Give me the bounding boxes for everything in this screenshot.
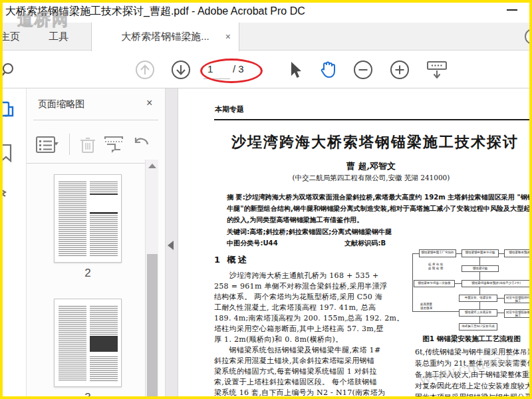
account-icon[interactable] bbox=[525, 29, 532, 45]
flow-node: 循环施工至N17安装完成 bbox=[459, 323, 497, 331]
panel-close-icon[interactable]: × bbox=[146, 97, 152, 109]
abstract-line: 牛腿"的新型组合结构,钢牛腿和钢锚梁分离式制造安装,相对于高塔施工减小了安装过程… bbox=[227, 204, 532, 213]
tab-tools-label: 工具 bbox=[49, 31, 68, 43]
thumbnails-scrollbar[interactable] bbox=[145, 160, 158, 399]
body-line: 因此本项目采用钢锚梁与钢牛腿分开制作、运 bbox=[415, 392, 532, 399]
column-topic: 本期专题 bbox=[215, 104, 244, 114]
main-toolbar: 1 / 3 bbox=[0, 51, 532, 88]
fit-width-icon[interactable] bbox=[426, 60, 446, 80]
scrollbar-thumb[interactable] bbox=[147, 254, 158, 399]
acrobat-window: 大桥索塔钢锚梁施工技术探讨_曹超.pdf - Adobe Acrobat Pro… bbox=[0, 0, 532, 399]
body-line: 厚 1. 2m(顺桥向)和 0. 8m(横桥向)。 bbox=[214, 334, 343, 344]
body-line: 钢锚梁系统包括钢锚梁及钢锚梁牛腿,索塔 1# bbox=[214, 345, 380, 355]
rotate-pages-icon[interactable] bbox=[132, 135, 152, 155]
body-line: 6t,传统钢锚梁与钢牛腿采用整体吊装进行安 bbox=[415, 347, 532, 357]
header-rule bbox=[214, 119, 532, 120]
figure-1-caption: 图1 钢锚梁安装施工工艺流程图 bbox=[412, 334, 531, 344]
delete-pages-icon[interactable] bbox=[78, 135, 97, 155]
panel-toolbar bbox=[27, 128, 165, 163]
tab-close-icon[interactable]: × bbox=[225, 31, 231, 42]
flow-node: 牛腿安装、锚梁安装 bbox=[459, 295, 497, 302]
extract-pages-icon[interactable] bbox=[103, 135, 124, 155]
thumbnail-page-2-label: 2 bbox=[54, 267, 122, 280]
paper-authors: 曹 超,邓智文 bbox=[285, 160, 458, 172]
flow-node: 钢锚梁运输 bbox=[462, 265, 499, 272]
zoom-in-icon[interactable] bbox=[390, 60, 410, 80]
thumbnail-options-icon[interactable] bbox=[36, 136, 63, 154]
flow-node: 钢锚梁整体预拼 bbox=[504, 249, 532, 257]
flow-side-label: 精 度 连 续 超 限 检 测 bbox=[428, 263, 443, 271]
flow-node: 对应节段钢筋绑扎施工 bbox=[504, 295, 532, 303]
minimize-button[interactable] bbox=[507, 9, 517, 11]
thumbnail-page-2[interactable] bbox=[54, 174, 122, 263]
next-page-icon[interactable] bbox=[171, 60, 191, 80]
section-1-heading: 1 概述 bbox=[214, 254, 249, 266]
navigation-pane-strip bbox=[0, 88, 27, 399]
doc-code: 文献标识码:B bbox=[344, 239, 386, 247]
thumbnail-page-3-label: 3 bbox=[54, 391, 122, 399]
previous-page-icon[interactable] bbox=[135, 60, 155, 80]
body-line: 梁系统 16 套,自下而上编号为 N2 - N17(南索塔为 bbox=[214, 388, 385, 398]
abstract-line: 摘 要:沙埕湾跨海大桥为双塔双索面混合梁斜拉桥,索塔最大高度约 192m 主塔斜… bbox=[227, 193, 532, 201]
clc-number: 中图分类号:U44 bbox=[227, 239, 278, 247]
body-line: 塔柱均采用空心箱形断面,其中上塔柱高 57. 3m,壁 bbox=[214, 324, 384, 334]
body-line: 189. 4m;南索塔顶高程为 200. 155m,总高 192. 2m。 bbox=[214, 313, 404, 323]
zoom-out-icon[interactable] bbox=[353, 60, 373, 80]
flow-node: 钢锚梁现场整体预拼(连续不少于2节) bbox=[462, 280, 531, 287]
title-bar: 大桥索塔钢锚梁施工技术探讨_曹超.pdf - Adobe Acrobat Pro… bbox=[0, 0, 532, 23]
body-line: 258 = 961m 单侧不对称混合梁斜拉桥,采用半漂浮 bbox=[214, 281, 387, 291]
panel-title: 页面缩略图 bbox=[38, 98, 84, 110]
page-thumbnails-panel: 页面缩略图 × bbox=[27, 88, 165, 399]
body-line: 梁系统的锚固方式,每套钢锚梁系统锚固 1 对斜拉 bbox=[214, 366, 377, 376]
body-line: 结构体系。 两个索塔均为花瓶型桥塔,采用 C50 海 bbox=[214, 292, 382, 302]
thumbnail-page-3[interactable] bbox=[54, 299, 122, 387]
body-line: 工耐久性混凝土, 北索塔顶高程 197. 41m, 总高 bbox=[214, 303, 376, 313]
scrollbar-up-icon[interactable] bbox=[148, 164, 156, 168]
hand-tool-icon[interactable] bbox=[318, 60, 338, 80]
search-icon[interactable] bbox=[0, 62, 20, 82]
flow-node: 对应节段钢筋验收施工 bbox=[504, 309, 532, 318]
flow-node: 钢锚梁钢牛腿工厂化制作 bbox=[419, 249, 456, 257]
flow-node: 钢锚梁钢牛腿单节运输 bbox=[462, 249, 499, 257]
tab-document-label: 大桥索塔钢锚梁施... bbox=[121, 31, 209, 43]
select-tool-icon[interactable] bbox=[285, 60, 305, 80]
collapse-panel-icon[interactable] bbox=[168, 241, 174, 250]
body-line: 索,设置于上塔柱斜拉索锚固区段。 每个塔肢钢锚 bbox=[214, 377, 377, 387]
body-line: 斜拉索采用混凝土锚块,其余斜拉索塔端采用钢锚 bbox=[214, 356, 374, 366]
flow-node: 钢锚梁单节现场二次验收 bbox=[414, 280, 455, 287]
bookmarks-pane-icon[interactable] bbox=[0, 143, 15, 163]
body-line: 沙埕湾跨海大桥主通航孔桥为 168 + 535 + bbox=[214, 271, 379, 281]
red-ellipse-annotation bbox=[200, 59, 263, 83]
tab-bar: 主页 工具 大桥索塔钢锚梁施... × bbox=[0, 23, 532, 51]
tab-document[interactable]: 大桥索塔钢锚梁施... × bbox=[91, 23, 239, 51]
flow-node: 钢锚梁塔上接高安装 bbox=[459, 309, 497, 317]
titlebar-watermark: 道桥网 bbox=[17, 9, 69, 31]
figure-1-flowchart: 钢锚梁钢牛腿工厂化制作 钢锚梁钢牛腿单节运输 钢锚梁整体预拼 精 度 连 续 超… bbox=[411, 248, 532, 332]
attachments-pane-icon[interactable] bbox=[0, 184, 13, 201]
document-page[interactable]: 本期专题 沙埕湾跨海大桥索塔钢锚梁施工技术探讨 曹 超,邓智文 (中交二航局第四… bbox=[178, 88, 532, 399]
abstract-line: 的投入,为同类型高塔钢锚梁施工有借鉴作用。 bbox=[227, 215, 363, 224]
page-thumbnails-pane-icon[interactable] bbox=[0, 100, 16, 120]
keywords-line: 关键词:高塔;斜拉桥;斜拉索锚固区;分离式钢锚梁钢牛腿 bbox=[227, 227, 392, 236]
paper-title: 沙埕湾跨海大桥索塔钢锚梁施工技术探讨 bbox=[231, 132, 519, 152]
tab-home-label: 主页 bbox=[0, 31, 20, 43]
flow-side-label: 标高测量 误差微调 bbox=[420, 303, 432, 311]
paper-affiliation: (中交二航局第四工程有限公司,安徽 芜湖 241000) bbox=[245, 174, 497, 183]
